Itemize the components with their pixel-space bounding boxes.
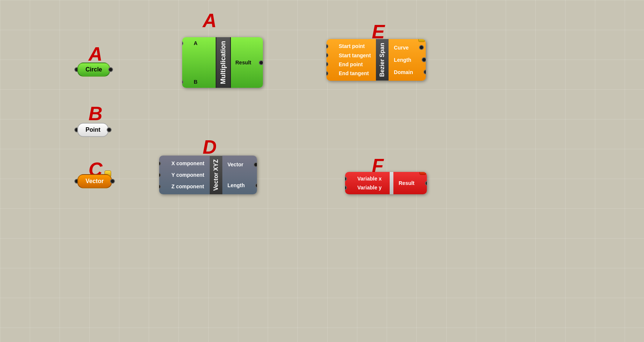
var-input-y-row: Variable y [350,185,384,191]
bezier-input-endpoint-label: End point [339,61,363,67]
bezier-output-domain-row: Domain [394,69,421,75]
mult-input-A-connector [182,41,183,46]
vector-node[interactable]: Vector [77,174,112,188]
vector-xyz-inputs: X component Y component Z component [159,156,210,194]
bezier-output-length-label: Length [394,57,411,63]
multiplication-outputs: Result [231,37,263,88]
point-node-body[interactable]: Point [77,123,109,137]
xyz-input-z-label: Z component [171,183,204,189]
xyz-output-length-label: Length [228,182,245,188]
mult-input-A-row: A [187,40,211,46]
vector-xyz-outputs: Vector Length [222,156,257,194]
circle-node-label: Circle [86,66,102,73]
bezier-input-startpoint-row: Start point [332,43,371,49]
mult-input-B-label: B [194,79,197,85]
circle-output-connector [108,67,113,72]
variable-node[interactable]: Variable x Variable y Result [345,172,427,194]
bezier-input-endtangent-row: End tangent [332,70,371,76]
mult-output-result-row: Result [235,60,258,65]
vector-xyz-center-label: Vector XYZ [210,156,222,194]
section-label-D: D [203,136,217,158]
point-node-label: Point [86,127,100,133]
variable-inputs: Variable x Variable y [345,172,390,194]
bezier-output-curve-connector [419,45,424,50]
section-label-A1: A [88,43,103,65]
xyz-output-vector-label: Vector [228,162,244,167]
bezier-input-endtangent-label: End tangent [339,70,369,76]
bezier-input-endpoint-connector [326,62,328,67]
var-output-result-row: Result [399,180,422,186]
bezier-span-node[interactable]: Start point Start tangent End point End … [326,39,426,81]
xyz-input-y-label: Y component [171,172,204,178]
vector-node-label: Vector [86,178,104,184]
var-input-x-row: Variable x [350,176,384,182]
circle-node[interactable]: Circle [77,63,110,77]
bezier-input-endpoint-row: End point [332,61,371,67]
multiplication-node[interactable]: A B Multiplication Result [182,37,263,88]
bezier-input-starttangent-label: Start tangent [339,52,371,58]
xyz-input-z-row: Z component [164,183,205,189]
bezier-output-length-row: Length [394,57,421,63]
bezier-input-startpoint-label: Start point [339,43,365,49]
section-label-A2: A [203,9,217,32]
variable-node-divider [390,172,393,194]
xyz-input-z-connector [159,184,161,189]
vector-node-body[interactable]: Vector [77,174,112,188]
mult-input-A-label: A [194,40,197,46]
multiplication-center-label: Multiplication [216,37,231,88]
mult-output-result-label: Result [235,60,251,65]
bezier-output-curve-row: Curve [394,45,421,51]
bezier-output-domain-label: Domain [394,69,413,75]
section-label-B: B [88,102,103,125]
xyz-output-length-connector [255,183,257,188]
point-node[interactable]: Point [77,123,109,137]
variable-outputs: Result [393,172,427,194]
bezier-span-badge [418,39,425,42]
bezier-output-curve-label: Curve [394,45,409,51]
bezier-input-startpoint-connector [326,44,328,49]
var-input-y-label: Variable y [357,185,381,191]
xyz-output-vector-connector [254,162,257,167]
bezier-input-endtangent-connector [326,71,328,76]
mult-input-B-connector [182,80,183,84]
bezier-center-label: Bezier Span [376,39,389,81]
variable-node-badge [419,172,426,175]
bezier-input-starttangent-connector [326,53,328,58]
xyz-input-y-connector [159,173,161,178]
var-output-result-label: Result [399,180,415,186]
xyz-output-vector-row: Vector [228,162,252,167]
xyz-input-y-row: Y component [164,172,205,178]
circle-node-body[interactable]: Circle [77,63,110,77]
point-output-connector [107,128,112,132]
mult-output-result-connector [259,60,263,65]
bezier-output-domain-connector [424,70,426,74]
xyz-input-x-label: X component [171,160,205,166]
var-input-y-connector [345,185,347,190]
vector-xyz-node[interactable]: X component Y component Z component Vect… [159,156,257,194]
var-input-x-label: Variable x [357,176,381,182]
xyz-input-x-connector [159,161,161,166]
var-output-result-connector [425,181,427,186]
bezier-output-length-connector [422,57,426,62]
bezier-input-starttangent-row: Start tangent [332,52,371,58]
xyz-output-length-row: Length [228,182,252,188]
mult-input-B-row: B [187,79,211,85]
bezier-inputs: Start point Start tangent End point End … [326,39,376,81]
var-input-x-connector [345,176,347,181]
multiplication-inputs: A B [182,37,216,88]
bezier-outputs: Curve Length Domain [389,39,426,81]
vector-output-connector [110,179,115,184]
xyz-input-x-row: X component [164,160,205,166]
